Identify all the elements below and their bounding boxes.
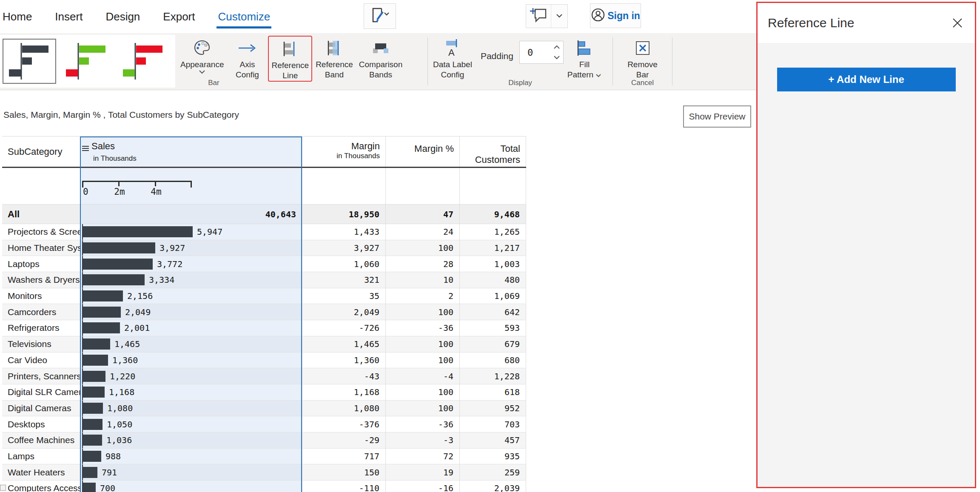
row-label[interactable]: Camcorders (2, 304, 80, 320)
preset-style-dark[interactable] (3, 39, 56, 84)
table-row[interactable]: Car Video1,3601,360100680 (2, 353, 526, 369)
comment-dropdown-button[interactable] (551, 5, 567, 28)
group-label-cancel: Cancel (613, 79, 672, 87)
reference-band-button[interactable]: Reference Band (313, 36, 356, 80)
palette-icon (193, 37, 211, 59)
sales-bar-cell[interactable]: 791 (80, 464, 302, 480)
table-rows: Projectors & Scree...5,9471,433241,265Ho… (2, 224, 526, 492)
row-label[interactable]: Projectors & Scree... (2, 224, 80, 240)
table-row[interactable]: Refrigerators2,001-726-36593 (2, 320, 526, 336)
sales-bar-cell[interactable]: 1,050 (80, 416, 302, 432)
sales-bar-cell[interactable]: 1,168 (80, 384, 302, 400)
margin-value: 1,360 (302, 353, 385, 368)
tab-export[interactable]: Export (151, 0, 206, 33)
sales-bar-cell[interactable]: 3,334 (80, 272, 302, 288)
row-label[interactable]: Printers, Scanners ... (2, 368, 80, 384)
column-header-subcategory[interactable]: SubCategory (2, 137, 80, 167)
table-row[interactable]: Printers, Scanners ...1,220-43-41,228 (2, 368, 526, 384)
tab-customize[interactable]: Customize (206, 0, 282, 33)
row-label[interactable]: Computers Access... (2, 481, 80, 492)
reference-line-button[interactable]: Reference Line (268, 36, 312, 82)
row-label[interactable]: Water Heaters (2, 464, 80, 480)
axis-config-button[interactable]: Axis Config (227, 36, 267, 80)
table-row[interactable]: Projectors & Scree...5,9471,433241,265 (2, 224, 526, 240)
sales-value: 3,927 (160, 243, 185, 253)
appearance-button[interactable]: Appearance (178, 36, 226, 74)
margin-value: -376 (302, 416, 385, 432)
sales-bar-cell[interactable]: 2,049 (80, 304, 302, 320)
sales-bar-cell[interactable]: 2,156 (80, 288, 302, 304)
sales-bar-cell[interactable]: 1,220 (80, 368, 302, 384)
row-label[interactable]: Coffee Machines (2, 432, 80, 448)
sales-bar-cell[interactable]: 1,360 (80, 353, 302, 368)
add-comment-icon (530, 6, 547, 26)
sales-bar-cell[interactable]: 988 (80, 449, 302, 464)
row-label[interactable]: Monitors (2, 288, 80, 304)
table-row[interactable]: Laptops3,7721,060281,003 (2, 256, 526, 272)
tab-insert[interactable]: Insert (43, 0, 94, 33)
sales-value: 1,168 (109, 387, 134, 397)
remove-bar-button[interactable]: Remove Bar (613, 36, 672, 80)
column-header-total-customers[interactable]: Total Customers (459, 137, 526, 167)
customers-value: 618 (459, 384, 526, 400)
column-header-margin-pct[interactable]: Margin % (385, 137, 459, 167)
row-label[interactable]: Home Theater Sys... (2, 240, 80, 256)
row-label[interactable]: Televisions (2, 336, 80, 352)
row-label[interactable]: Refrigerators (2, 320, 80, 336)
sales-bar-cell[interactable]: 700 (80, 481, 302, 492)
row-label[interactable]: Car Video (2, 353, 80, 368)
total-row[interactable]: All 40,643 18,950 47 9,468 (2, 205, 526, 224)
sales-bar-cell[interactable]: 3,772 (80, 256, 302, 272)
sales-bar-cell[interactable]: 2,001 (80, 320, 302, 336)
table-row[interactable]: Water Heaters79115019259 (2, 464, 526, 481)
table-row[interactable]: Washers & Dryers3,33432110480 (2, 272, 526, 288)
close-icon[interactable] (952, 17, 963, 28)
chart-selection-handle[interactable] (0, 485, 6, 491)
table-row[interactable]: Digital Cameras1,0801,080100952 (2, 401, 526, 417)
customers-value: 952 (459, 401, 526, 416)
row-label[interactable]: Digital Cameras (2, 401, 80, 416)
fill-pattern-button[interactable]: Fill Pattern (564, 36, 604, 80)
row-label[interactable]: Laptops (2, 256, 80, 272)
padding-stepper[interactable]: 0 (519, 41, 564, 64)
table-row[interactable]: Coffee Machines1,036-29-3457 (2, 432, 526, 449)
margin-value: -29 (302, 432, 385, 448)
table-row[interactable]: Lamps98871772935 (2, 449, 526, 465)
data-label-config-button[interactable]: A Data Label Config (430, 36, 475, 80)
comparison-bands-button[interactable]: Comparison Bands (356, 36, 405, 80)
row-label[interactable]: Washers & Dryers (2, 272, 80, 288)
padding-increment-button[interactable] (553, 42, 560, 52)
sign-in-button[interactable]: Sign in (590, 3, 641, 28)
tab-home[interactable]: Home (2, 0, 43, 33)
sales-bar-cell[interactable]: 1,465 (80, 336, 302, 352)
row-label[interactable]: Desktops (2, 416, 80, 432)
table-row[interactable]: Computers Access...700-110-162,039 (2, 481, 526, 492)
sales-axis-cell: 0 2m 4m (80, 168, 302, 204)
reference-band-label-1: Reference (316, 60, 353, 70)
add-new-line-button[interactable]: + Add New Line (777, 68, 956, 91)
preset-style-green-red[interactable] (60, 39, 113, 84)
row-label[interactable]: Lamps (2, 449, 80, 464)
column-header-margin[interactable]: Margin in Thousands (302, 137, 385, 167)
table-row[interactable]: Desktops1,050-376-36703 (2, 416, 526, 432)
sales-bar-cell[interactable]: 1,036 (80, 432, 302, 448)
sales-bar-cell[interactable]: 5,947 (80, 224, 302, 240)
table-row[interactable]: Home Theater Sys...3,9273,9271001,217 (2, 240, 526, 256)
sales-value: 791 (102, 467, 117, 478)
padding-decrement-button[interactable] (553, 52, 560, 63)
tab-design[interactable]: Design (94, 0, 151, 33)
add-comment-button[interactable] (526, 5, 551, 28)
table-row[interactable]: Camcorders2,0492,049100642 (2, 304, 526, 320)
show-preview-button[interactable]: Show Preview (683, 105, 751, 128)
preset-style-red-green[interactable] (117, 39, 170, 84)
table-row[interactable]: Monitors2,1563521,069 (2, 288, 526, 304)
column-header-sales[interactable]: Sales in Thousands (80, 137, 302, 167)
customers-value: 259 (459, 464, 526, 480)
sales-bar-cell[interactable]: 3,927 (80, 240, 302, 256)
drag-handle-icon[interactable] (82, 143, 90, 154)
table-row[interactable]: Televisions1,4651,465100679 (2, 336, 526, 353)
row-label[interactable]: Digital SLR Cameras (2, 384, 80, 400)
table-row[interactable]: Digital SLR Cameras1,1681,168100618 (2, 384, 526, 401)
sales-bar-cell[interactable]: 1,080 (80, 401, 302, 416)
edit-chart-button[interactable] (364, 3, 396, 29)
